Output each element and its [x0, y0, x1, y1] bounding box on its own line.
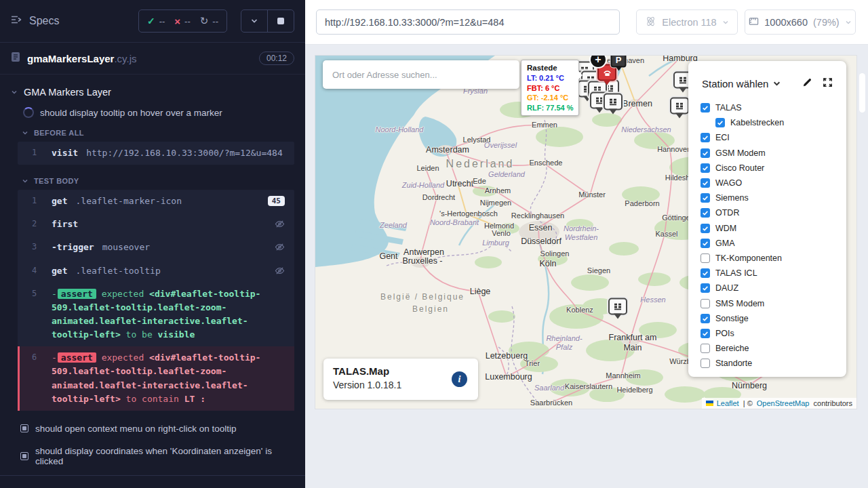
- checkbox[interactable]: [701, 208, 710, 218]
- checkbox[interactable]: [701, 329, 710, 338]
- viewport-selector[interactable]: 1000x660 (79%): [745, 9, 856, 35]
- hidden-eye-icon: [275, 219, 285, 231]
- layer-label: Siemens: [715, 193, 749, 203]
- layer-label: Sonstige: [715, 314, 749, 323]
- layer-checkbox-row[interactable]: Kabelstrecken: [715, 115, 846, 130]
- tooltip-value: RLF: 77.54 %: [527, 103, 573, 113]
- spec-name: gmaMarkersLayer.cy.js: [27, 53, 136, 64]
- layer-checkbox-row[interactable]: WDM: [701, 221, 846, 236]
- hook-commands: 1visithttp://192.168.10.33:3000/?m=12&u=…: [18, 142, 294, 165]
- test-running-spinner-icon: [23, 107, 34, 118]
- pending-test-row[interactable]: should open context menu on right-click …: [0, 418, 305, 440]
- viewport-scale: (79%): [813, 17, 840, 28]
- leaflet-map[interactable]: HamburgBremerhavenBremenNiedersachsenHan…: [315, 56, 856, 409]
- tooltip-values: LT: 0.21 °CFBT: 6 °CGT: -2.14 °CRLF: 77.…: [527, 73, 573, 113]
- command-row[interactable]: 4get.leaflet-tooltip: [18, 260, 294, 283]
- layer-checkbox-row[interactable]: GSM Modem: [701, 146, 846, 161]
- hidden-eye-icon: [275, 242, 285, 254]
- pending-test-row[interactable]: should display coordinates when 'Koordin…: [0, 440, 305, 472]
- checkbox[interactable]: [701, 239, 710, 248]
- checkbox[interactable]: [715, 118, 725, 127]
- layer-checkbox-row[interactable]: OTDR: [701, 205, 846, 220]
- layer-label: POIs: [715, 329, 734, 338]
- layer-label: WDM: [715, 224, 736, 233]
- collapse-button[interactable]: [241, 10, 267, 32]
- hooks-container: BEFORE ALL1visithttp://192.168.10.33:300…: [0, 123, 305, 411]
- checkbox[interactable]: [701, 178, 710, 188]
- active-test-row[interactable]: should display tooltip on hover over a m…: [0, 103, 305, 123]
- marker-tooltip[interactable]: Rastede LT: 0.21 °CFBT: 6 °CGT: -2.14 °C…: [521, 60, 579, 116]
- osm-link[interactable]: OpenStreetMap: [757, 399, 810, 407]
- command-row[interactable]: 3-triggermouseover: [18, 236, 294, 259]
- station-marker[interactable]: [608, 298, 627, 315]
- checkbox[interactable]: [701, 224, 710, 233]
- layer-checkbox-row[interactable]: ECI: [701, 130, 846, 145]
- checkbox[interactable]: [701, 253, 710, 263]
- layer-checkbox-row[interactable]: Standorte: [701, 356, 846, 371]
- checkbox[interactable]: [701, 299, 710, 308]
- layer-checkbox-row[interactable]: GMA: [701, 236, 846, 251]
- panel-title[interactable]: Station wählen: [702, 78, 768, 89]
- pending-test-icon: [20, 424, 28, 432]
- reporter-header: Specs ✓-- ×-- ↻--: [0, 0, 305, 43]
- chevron-down-icon: [11, 89, 18, 96]
- fullscreen-expand-icon[interactable]: [823, 77, 833, 90]
- browser-selector[interactable]: Electron 118: [636, 9, 738, 35]
- layer-checkbox-row[interactable]: SMS Modem: [701, 296, 846, 310]
- layer-checkbox-row[interactable]: TALAS ICL: [701, 266, 846, 281]
- running-icon: ↻: [200, 15, 209, 27]
- layer-checkbox-row[interactable]: Sonstige: [701, 311, 846, 326]
- station-marker[interactable]: [604, 94, 623, 110]
- assert-command-row[interactable]: 5-assert expected <div#leaflet-tooltip-5…: [18, 283, 294, 347]
- tooltip-title: Rastede: [527, 63, 573, 73]
- assert-command-row[interactable]: 6-assert expected <div#leaflet-tooltip-5…: [18, 346, 294, 411]
- scrollbar-thumb[interactable]: [859, 73, 865, 113]
- checkbox[interactable]: [701, 359, 710, 368]
- layer-checkbox-row[interactable]: DAUZ: [701, 281, 846, 296]
- checkbox[interactable]: [701, 193, 710, 203]
- command-row[interactable]: 1get.leaflet-marker-icon45: [18, 190, 294, 213]
- checkbox[interactable]: [701, 133, 710, 142]
- viewport-size: 1000x660: [764, 17, 808, 28]
- hook-header[interactable]: BEFORE ALL: [0, 123, 305, 140]
- layer-checkbox-row[interactable]: Siemens: [701, 190, 846, 205]
- stop-button[interactable]: [267, 10, 294, 32]
- checkbox[interactable]: [701, 344, 710, 353]
- suite-row[interactable]: GMA Markers Layer: [0, 81, 305, 103]
- leaflet-link[interactable]: Leaflet: [717, 399, 739, 407]
- layer-label: Bereiche: [715, 344, 749, 353]
- layer-checkbox-row[interactable]: POIs: [701, 326, 846, 341]
- info-icon[interactable]: i: [452, 371, 467, 387]
- pending-test-icon: [20, 452, 28, 460]
- layer-checkbox-row[interactable]: TALAS: [701, 100, 846, 115]
- layer-label: TALAS: [715, 103, 742, 113]
- layer-checkbox-row[interactable]: Cisco Router: [701, 161, 846, 176]
- checkbox[interactable]: [701, 283, 710, 293]
- checkbox[interactable]: [701, 148, 710, 158]
- chevron-down-icon[interactable]: [773, 80, 781, 87]
- assert-badge: assert: [58, 289, 96, 299]
- spec-file-row[interactable]: gmaMarkersLayer.cy.js 00:12: [0, 43, 305, 75]
- command-row[interactable]: 1visithttp://192.168.10.33:3000/?m=12&u=…: [18, 142, 294, 165]
- layer-checkbox-row[interactable]: TK-Komponenten: [701, 251, 846, 266]
- station-layers-panel: Station wählen TALASKabelstreckenECIGSM …: [688, 61, 846, 377]
- chevron-down-icon: [722, 19, 729, 26]
- parking-marker[interactable]: P: [611, 56, 627, 68]
- layer-checkbox-row[interactable]: WAGO: [701, 176, 846, 190]
- checkbox[interactable]: [701, 163, 710, 173]
- checkbox[interactable]: [701, 103, 710, 113]
- checkbox[interactable]: [701, 268, 710, 278]
- layer-checkbox-row[interactable]: Bereiche: [701, 341, 846, 356]
- edit-pencil-icon[interactable]: [802, 77, 812, 90]
- viewport-icon: [749, 16, 759, 28]
- specs-list-icon[interactable]: [11, 15, 22, 27]
- map-search-input[interactable]: [323, 60, 519, 89]
- url-input[interactable]: [316, 9, 620, 35]
- layer-label: Standorte: [715, 359, 752, 368]
- specs-title[interactable]: Specs: [29, 15, 59, 27]
- command-row[interactable]: 2first: [18, 213, 294, 236]
- station-marker[interactable]: [670, 98, 689, 115]
- checkbox[interactable]: [701, 314, 710, 323]
- run-stats: ✓-- ×-- ↻--: [138, 9, 227, 33]
- hook-header[interactable]: TEST BODY: [0, 171, 305, 188]
